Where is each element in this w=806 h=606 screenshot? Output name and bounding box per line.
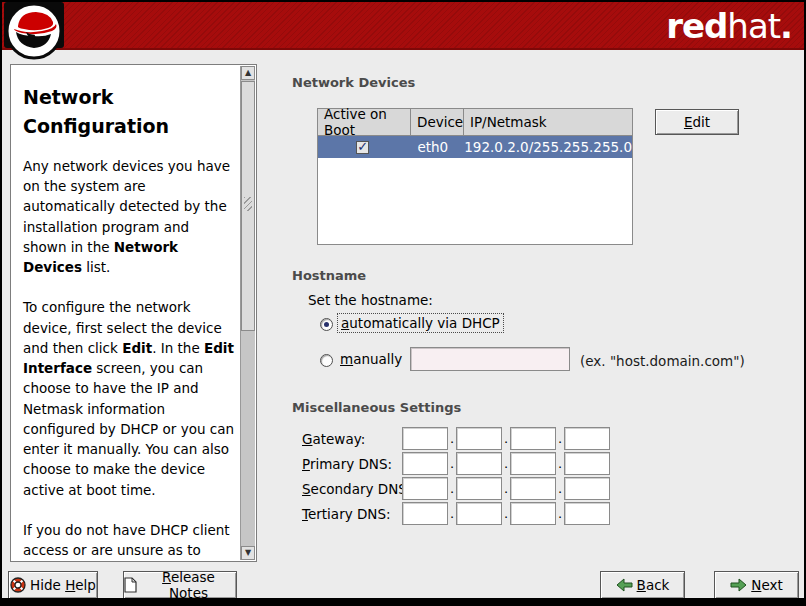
green-right-arrow-icon <box>730 578 747 592</box>
hide-help-button[interactable]: Hide Help <box>8 571 98 599</box>
next-button[interactable]: Next <box>714 571 799 599</box>
tertiary-dns-octet-4[interactable] <box>564 502 610 525</box>
help-title: Network Configuration <box>23 83 236 142</box>
gateway-label: Gateway: <box>302 431 365 447</box>
active-on-boot-checkbox[interactable] <box>356 141 369 154</box>
header-banner: redhat. <box>2 2 804 50</box>
gateway-octet-1[interactable] <box>402 427 448 450</box>
secondary-dns-octet-row: ... <box>402 477 610 500</box>
active-on-boot-cell <box>318 136 407 158</box>
primary-dns-label: Primary DNS: <box>302 456 392 472</box>
redhat-wordmark: redhat. <box>666 4 792 48</box>
radio-manual-label[interactable]: manually <box>340 351 402 367</box>
secondary-dns-octet-2[interactable] <box>456 477 502 500</box>
installer-window: redhat. Network Configuration Any networ… <box>0 0 806 606</box>
help-paragraph: If you do not have DHCP client access or… <box>23 520 236 561</box>
life-ring-icon <box>10 577 26 593</box>
radio-automatic-dhcp-label[interactable]: automatically via DHCP <box>337 313 504 333</box>
brand-bold: red <box>666 6 727 46</box>
brand-period: . <box>780 6 792 46</box>
help-paragraph: To configure the network device, first s… <box>23 297 236 500</box>
gateway-octet-4[interactable] <box>564 427 610 450</box>
scroll-down-button[interactable]: ▼ <box>241 546 255 560</box>
help-paragraph: Any network devices you have on the syst… <box>23 156 236 278</box>
help-paragraphs: Any network devices you have on the syst… <box>23 156 236 561</box>
secondary-dns-label: Secondary DNS: <box>302 481 411 497</box>
radio-manual[interactable] <box>320 354 333 367</box>
tertiary-dns-label: Tertiary DNS: <box>302 506 391 522</box>
scroll-thumb[interactable] <box>241 81 255 331</box>
brand-light: hat <box>727 6 780 46</box>
secondary-dns-octet-4[interactable] <box>564 477 610 500</box>
misc-settings-section-label: Miscellaneous Settings <box>292 400 461 415</box>
primary-dns-octet-2[interactable] <box>456 452 502 475</box>
network-devices-section-label: Network Devices <box>292 75 415 90</box>
column-header-device[interactable]: Device <box>411 109 464 136</box>
network-devices-table: Active on Boot Device IP/Netmask eth0 19… <box>317 108 633 245</box>
primary-dns-octet-4[interactable] <box>564 452 610 475</box>
radio-automatic-dhcp[interactable] <box>320 318 333 331</box>
help-panel: Network Configuration Any network device… <box>10 64 257 562</box>
tertiary-dns-octet-row: ... <box>402 502 610 525</box>
hostname-section-label: Hostname <box>292 268 366 283</box>
release-notes-button[interactable]: Release Notes <box>123 571 237 599</box>
set-hostname-prompt: Set the hostname: <box>308 292 433 308</box>
manual-hostname-input[interactable] <box>410 347 570 371</box>
ip-netmask-cell: 192.0.2.0/255.255.255.0 <box>458 136 632 158</box>
column-header-ip-netmask[interactable]: IP/Netmask <box>464 109 632 136</box>
shadowman-logo-icon <box>4 2 68 62</box>
table-row-eth0[interactable]: eth0 192.0.2.0/255.255.255.0 <box>318 136 632 158</box>
edit-button[interactable]: Edit <box>655 109 739 135</box>
primary-dns-octet-3[interactable] <box>510 452 556 475</box>
document-icon <box>124 577 137 593</box>
help-scrollbar[interactable]: ▲ ▼ <box>240 66 255 560</box>
hostname-example-hint: (ex. "host.domain.com") <box>580 353 745 369</box>
secondary-dns-octet-1[interactable] <box>402 477 448 500</box>
gateway-octet-2[interactable] <box>456 427 502 450</box>
tertiary-dns-octet-1[interactable] <box>402 502 448 525</box>
tertiary-dns-octet-2[interactable] <box>456 502 502 525</box>
back-button[interactable]: Back <box>600 571 685 599</box>
scroll-thumb-grip <box>244 197 252 211</box>
secondary-dns-octet-3[interactable] <box>510 477 556 500</box>
column-header-active-on-boot[interactable]: Active on Boot <box>318 109 411 136</box>
gateway-octet-3[interactable] <box>510 427 556 450</box>
device-cell: eth0 <box>407 136 458 158</box>
help-content: Network Configuration Any network device… <box>11 65 240 561</box>
primary-dns-octet-1[interactable] <box>402 452 448 475</box>
gateway-octet-row: ... <box>402 427 610 450</box>
tertiary-dns-octet-3[interactable] <box>510 502 556 525</box>
scroll-up-button[interactable]: ▲ <box>241 66 255 80</box>
primary-dns-octet-row: ... <box>402 452 610 475</box>
green-left-arrow-icon <box>616 578 633 592</box>
table-header-row: Active on Boot Device IP/Netmask <box>318 109 632 136</box>
